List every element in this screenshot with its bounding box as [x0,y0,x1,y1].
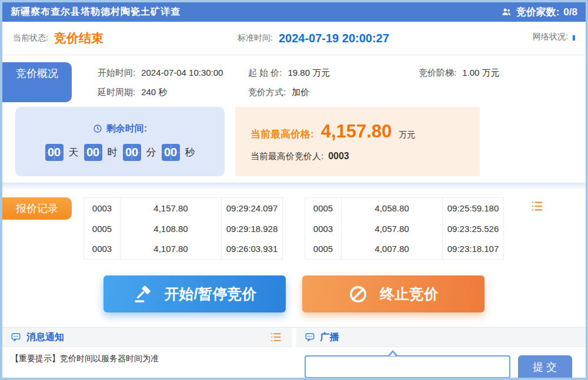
broadcast-input[interactable] [305,355,510,378]
highest-bidder-value: 0003 [328,151,349,162]
people-icon [501,6,512,18]
current-state: 当前状态: 竞价结束 [13,30,238,46]
unit-day: 天 [69,146,79,159]
network-signal-icon [573,35,575,41]
field-bid-increment: 竞价阶梯: 1.00 万元 [419,68,586,79]
unit-second: 秒 [185,146,195,159]
start-pause-bid-label: 开始/暂停竞价 [165,284,257,304]
time-value: 2024-07-19 20:00:27 [279,32,389,45]
countdown-days: 00 [45,144,64,161]
bidder-count: 竞价家数: 0/8 [501,5,577,19]
broadcast-panel: 广播 提 交 [296,328,586,378]
highest-bidder-label: 当前最高价竞价人: [250,151,323,162]
title-bar: 新疆察布查尔县塔勒德村陶瓷土矿详查 竞价家数: 0/8 [2,2,586,22]
unit-hour: 时 [108,146,118,159]
field-start-price: 起 始 价: 19.80 万元 [248,68,419,79]
field-bid-mode: 竞价方式: 加价 [248,87,419,98]
status-bar: 当前状态: 竞价结束 标准时间: 2024-07-19 20:00:27 网络状… [2,22,586,55]
auction-page: 新疆察布查尔县塔勒德村陶瓷土矿详查 竞价家数: 0/8 当前状态: 竞价结束 标… [0,0,588,380]
start-pause-bid-button[interactable]: 开始/暂停竞价 [103,275,286,312]
network-status: 网络状况: [533,32,575,45]
terminate-bid-button[interactable]: 终止竞价 [302,275,485,312]
network-label: 网络状况: [533,32,568,42]
overview-fields: 开始时间: 2024-07-04 10:30:00 起 始 价: 19.80 万… [72,62,586,102]
gavel-icon [133,284,153,304]
table-row: 0003 4,107.80 09:26:03.931 [84,239,283,260]
highest-price-panel: 当前最高价格: 4,157.80 万元 当前最高价竞价人: 0003 [235,107,480,176]
countdown-digits: 00 天 00 时 00 分 00 秒 [45,144,195,161]
broadcast-panel-title: 广播 [320,331,339,344]
overview-section-label: 竞价概况 [2,62,72,102]
important-notice-text: 【重要提示】竞价时间以服务器时间为准 [2,347,292,371]
standard-time: 标准时间: 2024-07-19 20:00:27 [238,32,533,45]
terminate-bid-label: 终止竞价 [380,284,439,304]
speech-bubble-icon [11,332,21,342]
clock-icon [93,124,102,133]
bid-records-section: 报价记录 0003 4,157.80 09:29:24.097 0005 4,1… [2,189,586,262]
submit-button[interactable]: 提 交 [518,355,572,379]
section-divider [2,183,586,189]
table-row: 0005 4,058.80 09:25:59.180 [305,198,504,218]
bid-table-right: 0005 4,058.80 09:25:59.180 0003 4,057.80… [305,197,504,260]
bidder-count-value: 0/8 [563,6,577,18]
message-panel: 消息通知 【重要提示】竞价时间以服务器时间为准 [2,328,292,378]
field-start-time: 开始时间: 2024-07-04 10:30:00 [98,68,248,79]
table-row: 0005 4,007.80 09:23:18.107 [305,239,504,260]
time-label: 标准时间: [238,33,273,43]
table-row: 0003 4,157.80 09:29:24.097 [84,198,283,218]
bid-table-left: 0003 4,157.80 09:29:24.097 0005 4,108.80… [83,197,283,260]
state-label: 当前状态: [13,33,48,43]
auction-overview-section: 竞价概况 开始时间: 2024-07-04 10:30:00 起 始 价: 19… [2,55,586,102]
bid-list-icon[interactable] [530,200,543,213]
state-value: 竞价结束 [54,30,103,46]
message-list-icon[interactable] [270,331,282,343]
table-row: 0003 4,057.80 09:23:25.526 [305,218,504,239]
bid-record-tables: 0003 4,157.80 09:29:24.097 0005 4,108.80… [83,197,504,260]
speech-bubble-icon [305,332,315,342]
unit-minute: 分 [146,146,156,159]
countdown-minutes: 00 [123,144,141,161]
countdown-seconds: 00 [162,144,180,161]
countdown-label: 剩余时间: [106,123,147,135]
bottom-panels: 消息通知 【重要提示】竞价时间以服务器时间为准 广播 [2,327,586,378]
highest-price-label: 当前最高价格: [250,127,314,141]
countdown-panel: 剩余时间: 00 天 00 时 00 分 00 秒 [15,107,225,176]
table-row: 0005 4,108.80 09:29:18.928 [84,218,283,239]
bid-records-section-label: 报价记录 [2,197,72,220]
countdown-hours: 00 [84,144,102,161]
highest-price-unit: 万元 [399,130,415,140]
action-buttons: 开始/暂停竞价 终止竞价 [2,275,586,312]
highest-price-value: 4,157.80 [321,121,392,142]
message-panel-title: 消息通知 [26,331,64,344]
info-panels: 剩余时间: 00 天 00 时 00 分 00 秒 当前最高价格: 4,157.… [2,102,586,176]
field-delay-period: 延时周期: 240 秒 [98,87,248,98]
bidder-count-label: 竞价家数: [516,5,560,19]
ban-icon [348,284,368,304]
page-title: 新疆察布查尔县塔勒德村陶瓷土矿详查 [11,6,181,18]
